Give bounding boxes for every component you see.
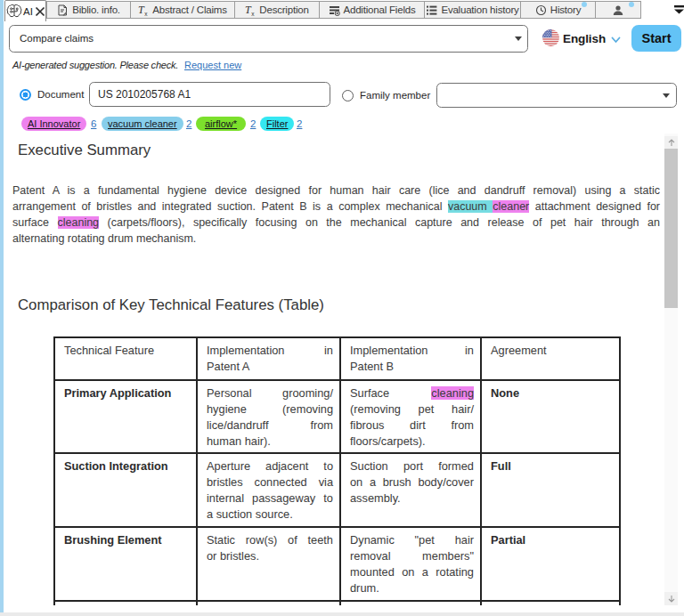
svg-text:x: x	[144, 10, 148, 15]
svg-text:x: x	[252, 10, 256, 15]
